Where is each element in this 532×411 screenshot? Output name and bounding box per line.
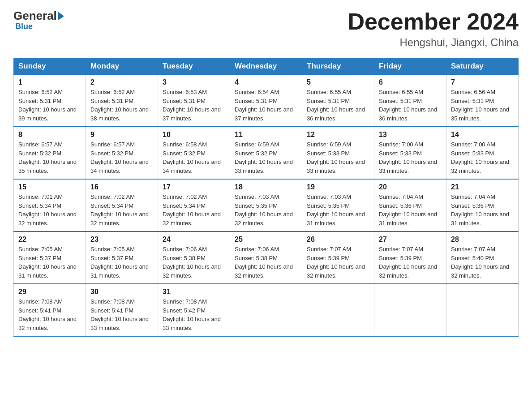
calendar-cell: 11 Sunrise: 6:59 AMSunset: 5:32 PMDaylig… — [230, 127, 302, 179]
day-info: Sunrise: 7:03 AMSunset: 5:35 PMDaylight:… — [235, 193, 297, 227]
day-number: 18 — [235, 183, 297, 191]
calendar-cell: 24 Sunrise: 7:06 AMSunset: 5:38 PMDaylig… — [158, 231, 230, 284]
calendar-header-row: SundayMondayTuesdayWednesdayThursdayFrid… — [14, 58, 519, 75]
calendar-cell — [230, 284, 302, 336]
day-info: Sunrise: 7:01 AMSunset: 5:34 PMDaylight:… — [18, 193, 81, 227]
day-number: 19 — [307, 183, 369, 191]
calendar-cell: 23 Sunrise: 7:05 AMSunset: 5:37 PMDaylig… — [86, 231, 158, 284]
day-number: 17 — [163, 183, 225, 191]
day-number: 2 — [90, 78, 153, 86]
day-info: Sunrise: 7:00 AMSunset: 5:33 PMDaylight:… — [451, 140, 514, 175]
calendar-cell: 25 Sunrise: 7:06 AMSunset: 5:38 PMDaylig… — [230, 231, 302, 284]
day-number: 5 — [307, 78, 369, 86]
day-info: Sunrise: 7:05 AMSunset: 5:37 PMDaylight:… — [18, 245, 81, 280]
day-number: 30 — [90, 288, 153, 296]
day-info: Sunrise: 7:05 AMSunset: 5:37 PMDaylight:… — [90, 245, 153, 280]
calendar-cell: 26 Sunrise: 7:07 AMSunset: 5:39 PMDaylig… — [302, 231, 374, 284]
header-right: December 2024 Hengshui, Jiangxi, China — [348, 9, 519, 49]
calendar-day-header-tuesday: Tuesday — [158, 58, 230, 75]
day-number: 27 — [379, 235, 442, 244]
day-info: Sunrise: 6:52 AMSunset: 5:31 PMDaylight:… — [90, 88, 153, 123]
day-number: 11 — [235, 131, 297, 139]
day-info: Sunrise: 7:06 AMSunset: 5:38 PMDaylight:… — [163, 245, 225, 280]
calendar-cell: 27 Sunrise: 7:07 AMSunset: 5:39 PMDaylig… — [374, 231, 446, 284]
calendar-cell: 22 Sunrise: 7:05 AMSunset: 5:37 PMDaylig… — [14, 231, 86, 284]
calendar-cell: 3 Sunrise: 6:53 AMSunset: 5:31 PMDayligh… — [158, 75, 230, 127]
calendar-cell: 9 Sunrise: 6:57 AMSunset: 5:32 PMDayligh… — [86, 127, 158, 179]
day-info: Sunrise: 6:55 AMSunset: 5:31 PMDaylight:… — [379, 88, 442, 123]
calendar-table: SundayMondayTuesdayWednesdayThursdayFrid… — [13, 58, 519, 337]
calendar-cell: 10 Sunrise: 6:58 AMSunset: 5:32 PMDaylig… — [158, 127, 230, 179]
calendar-cell: 17 Sunrise: 7:02 AMSunset: 5:34 PMDaylig… — [158, 179, 230, 231]
day-number: 7 — [451, 78, 514, 86]
calendar-week-row-4: 22 Sunrise: 7:05 AMSunset: 5:37 PMDaylig… — [14, 231, 519, 284]
calendar-cell: 12 Sunrise: 6:59 AMSunset: 5:33 PMDaylig… — [302, 127, 374, 179]
calendar-cell: 30 Sunrise: 7:08 AMSunset: 5:41 PMDaylig… — [86, 284, 158, 336]
calendar-cell: 6 Sunrise: 6:55 AMSunset: 5:31 PMDayligh… — [374, 75, 446, 127]
calendar-cell: 19 Sunrise: 7:03 AMSunset: 5:35 PMDaylig… — [302, 179, 374, 231]
page-header: General Blue December 2024 Hengshui, Jia… — [13, 9, 519, 49]
day-info: Sunrise: 6:58 AMSunset: 5:32 PMDaylight:… — [163, 140, 225, 175]
day-number: 12 — [307, 131, 369, 139]
logo: General Blue — [13, 9, 65, 31]
day-number: 16 — [90, 183, 153, 191]
calendar-cell: 21 Sunrise: 7:04 AMSunset: 5:36 PMDaylig… — [446, 179, 519, 231]
logo-general-text: General — [13, 9, 57, 23]
day-info: Sunrise: 6:57 AMSunset: 5:32 PMDaylight:… — [90, 140, 153, 175]
day-number: 15 — [18, 183, 81, 191]
calendar-cell: 1 Sunrise: 6:52 AMSunset: 5:31 PMDayligh… — [14, 75, 86, 127]
day-number: 31 — [163, 288, 225, 296]
day-number: 10 — [163, 131, 225, 139]
day-info: Sunrise: 7:08 AMSunset: 5:42 PMDaylight:… — [163, 297, 225, 332]
calendar-day-header-wednesday: Wednesday — [230, 58, 302, 75]
day-info: Sunrise: 6:53 AMSunset: 5:31 PMDaylight:… — [163, 88, 225, 123]
day-number: 25 — [235, 235, 297, 244]
calendar-day-header-sunday: Sunday — [14, 58, 86, 75]
day-number: 20 — [379, 183, 442, 191]
calendar-day-header-thursday: Thursday — [302, 58, 374, 75]
day-number: 22 — [18, 235, 81, 244]
day-info: Sunrise: 7:07 AMSunset: 5:39 PMDaylight:… — [307, 245, 369, 280]
calendar-cell: 29 Sunrise: 7:08 AMSunset: 5:41 PMDaylig… — [14, 284, 86, 336]
calendar-title: December 2024 — [348, 9, 519, 34]
day-info: Sunrise: 6:59 AMSunset: 5:32 PMDaylight:… — [235, 140, 297, 175]
calendar-day-header-saturday: Saturday — [446, 58, 519, 75]
day-number: 24 — [163, 235, 225, 244]
calendar-cell: 13 Sunrise: 7:00 AMSunset: 5:33 PMDaylig… — [374, 127, 446, 179]
day-info: Sunrise: 6:56 AMSunset: 5:31 PMDaylight:… — [451, 88, 514, 123]
day-info: Sunrise: 6:57 AMSunset: 5:32 PMDaylight:… — [18, 140, 81, 175]
calendar-cell: 20 Sunrise: 7:04 AMSunset: 5:36 PMDaylig… — [374, 179, 446, 231]
day-info: Sunrise: 7:00 AMSunset: 5:33 PMDaylight:… — [379, 140, 442, 175]
logo-blue-text: Blue — [15, 22, 33, 31]
day-number: 1 — [18, 78, 81, 86]
day-number: 14 — [451, 131, 514, 139]
calendar-cell: 8 Sunrise: 6:57 AMSunset: 5:32 PMDayligh… — [14, 127, 86, 179]
calendar-week-row-1: 1 Sunrise: 6:52 AMSunset: 5:31 PMDayligh… — [14, 75, 519, 127]
day-info: Sunrise: 6:52 AMSunset: 5:31 PMDaylight:… — [18, 88, 81, 123]
day-info: Sunrise: 7:08 AMSunset: 5:41 PMDaylight:… — [18, 297, 81, 332]
calendar-cell: 4 Sunrise: 6:54 AMSunset: 5:31 PMDayligh… — [230, 75, 302, 127]
day-info: Sunrise: 7:02 AMSunset: 5:34 PMDaylight:… — [90, 193, 153, 227]
day-info: Sunrise: 7:04 AMSunset: 5:36 PMDaylight:… — [379, 193, 442, 227]
day-number: 21 — [451, 183, 514, 191]
calendar-week-row-3: 15 Sunrise: 7:01 AMSunset: 5:34 PMDaylig… — [14, 179, 519, 231]
calendar-cell: 14 Sunrise: 7:00 AMSunset: 5:33 PMDaylig… — [446, 127, 519, 179]
calendar-cell: 31 Sunrise: 7:08 AMSunset: 5:42 PMDaylig… — [158, 284, 230, 336]
day-info: Sunrise: 7:06 AMSunset: 5:38 PMDaylight:… — [235, 245, 297, 280]
day-info: Sunrise: 6:54 AMSunset: 5:31 PMDaylight:… — [235, 88, 297, 123]
calendar-week-row-2: 8 Sunrise: 6:57 AMSunset: 5:32 PMDayligh… — [14, 127, 519, 179]
day-number: 4 — [235, 78, 297, 86]
calendar-subtitle: Hengshui, Jiangxi, China — [348, 36, 519, 49]
day-info: Sunrise: 6:55 AMSunset: 5:31 PMDaylight:… — [307, 88, 369, 123]
calendar-cell: 28 Sunrise: 7:07 AMSunset: 5:40 PMDaylig… — [446, 231, 519, 284]
day-number: 29 — [18, 288, 81, 296]
day-info: Sunrise: 7:03 AMSunset: 5:35 PMDaylight:… — [307, 193, 369, 227]
day-info: Sunrise: 7:02 AMSunset: 5:34 PMDaylight:… — [163, 193, 225, 227]
day-info: Sunrise: 6:59 AMSunset: 5:33 PMDaylight:… — [307, 140, 369, 175]
calendar-day-header-monday: Monday — [86, 58, 158, 75]
calendar-week-row-5: 29 Sunrise: 7:08 AMSunset: 5:41 PMDaylig… — [14, 284, 519, 336]
day-info: Sunrise: 7:07 AMSunset: 5:40 PMDaylight:… — [451, 245, 514, 280]
day-info: Sunrise: 7:07 AMSunset: 5:39 PMDaylight:… — [379, 245, 442, 280]
calendar-cell: 15 Sunrise: 7:01 AMSunset: 5:34 PMDaylig… — [14, 179, 86, 231]
logo-triangle-icon — [58, 12, 64, 21]
